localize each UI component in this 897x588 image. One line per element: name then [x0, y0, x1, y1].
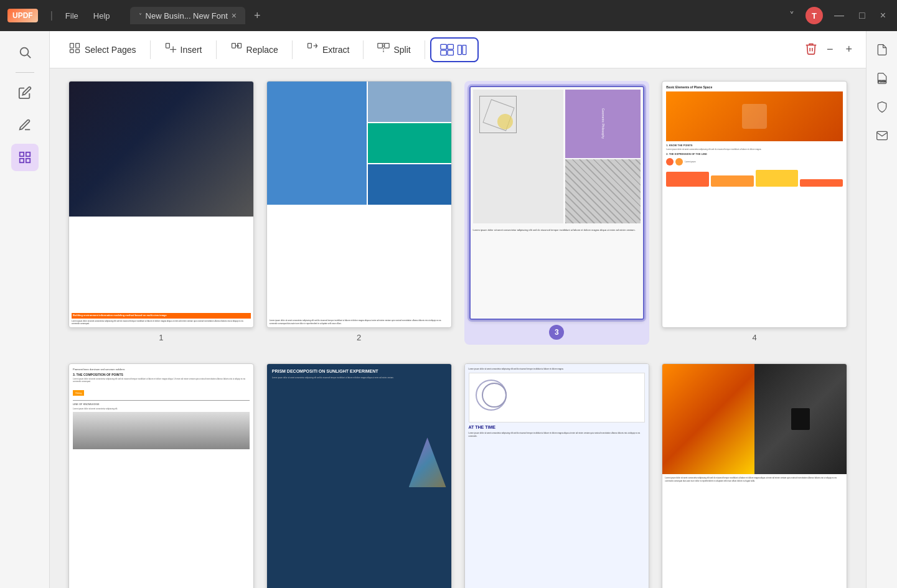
page-item-7[interactable]: Lorem ipsum dolor sit amet consectetur a… — [464, 363, 650, 588]
page-item-8[interactable]: Lorem ipsum dolor sit amet consectetur a… — [662, 363, 847, 588]
page3-layout: Geometric Philosophy Lorem ipsum dolor s… — [471, 87, 644, 319]
page3-geometry — [473, 90, 563, 223]
geo-circle — [497, 114, 513, 129]
titlebar-controls: ˅ T — □ × — [786, 7, 890, 24]
svg-rect-6 — [70, 44, 74, 49]
page5-section: 3. THE COMPOSITION OF POINTS — [73, 373, 250, 376]
page-thumb-4[interactable]: Basic Elements of Plane Space 1. KNOW TH… — [662, 81, 847, 328]
page5-divider — [73, 400, 250, 401]
page4-img-inner — [742, 104, 767, 129]
page8-text: Lorem ipsum dolor sit amet consectetur a… — [662, 474, 847, 485]
page-thumb-2[interactable]: Lorem ipsum dolor sit amet consectetur a… — [266, 81, 452, 328]
svg-rect-2 — [19, 152, 23, 156]
right-icon-protect[interactable] — [871, 96, 893, 118]
tab-dropdown-icon[interactable]: ˅ — [139, 12, 142, 19]
right-icon-pages[interactable] — [871, 39, 893, 61]
page-thumb-7[interactable]: Lorem ipsum dolor sit amet consectetur a… — [464, 363, 650, 588]
page3-top: Geometric Philosophy — [471, 87, 644, 226]
page3-right-col: Geometric Philosophy — [565, 90, 641, 223]
page2-text: Lorem ipsum dolor sit amet consectetur a… — [267, 317, 451, 327]
view-toggle-button[interactable] — [430, 37, 479, 62]
page3-bottom: Lorem ipsum dolor sit amet consectetur a… — [471, 226, 644, 319]
select-pages-button[interactable]: Select Pages — [60, 37, 145, 62]
new-tab-button[interactable]: + — [249, 7, 266, 25]
main-layout: Select Pages Insert — [0, 31, 897, 588]
page4-title: Basic Elements of Plane Space — [666, 85, 843, 89]
split-icon — [377, 42, 390, 57]
page4-layout: Basic Elements of Plane Space 1. KNOW TH… — [662, 82, 847, 190]
page5-layout: Praesent haec dominum sed sonorum nobile… — [69, 364, 253, 454]
page-item-1[interactable]: Building environment information modelin… — [68, 81, 254, 345]
page8-layout: Lorem ipsum dolor sit amet consectetur a… — [662, 364, 847, 588]
close-window-button[interactable]: × — [876, 9, 890, 22]
maximize-button[interactable]: □ — [855, 9, 869, 22]
sidebar-item-edit[interactable] — [11, 79, 39, 106]
svg-rect-4 — [19, 159, 23, 162]
minimize-button[interactable]: — — [830, 9, 848, 22]
page6-background: PRISM DECOMPOSITI ON SUNLIGHT EXPERIMENT… — [267, 364, 451, 588]
page-item-6[interactable]: PRISM DECOMPOSITI ON SUNLIGHT EXPERIMENT… — [266, 363, 452, 588]
replace-label: Replace — [247, 45, 278, 55]
page6-layout: PRISM DECOMPOSITI ON SUNLIGHT EXPERIMENT… — [267, 364, 451, 588]
select-pages-icon — [68, 42, 81, 57]
right-icon-pdf[interactable]: PDF/A — [871, 67, 893, 90]
page7-big-title: AT THE TIME — [469, 425, 646, 429]
zoom-out-button[interactable]: − — [823, 39, 837, 60]
page-thumb-6[interactable]: PRISM DECOMPOSITI ON SUNLIGHT EXPERIMENT… — [266, 363, 452, 588]
page-number-4: 4 — [753, 333, 757, 342]
sidebar-item-pages[interactable] — [11, 144, 39, 171]
tab-area: ˅ New Busin... New Font × + — [130, 7, 781, 25]
help-menu[interactable]: Help — [88, 9, 115, 23]
page3-geo-shapes — [476, 93, 560, 220]
page-content-4: Basic Elements of Plane Space 1. KNOW TH… — [662, 82, 847, 327]
svg-rect-15 — [308, 44, 311, 49]
delete-button[interactable] — [804, 42, 818, 58]
insert-button[interactable]: Insert — [156, 37, 211, 62]
mail-icon — [876, 129, 888, 142]
svg-rect-8 — [70, 50, 74, 53]
tab-close-icon[interactable]: × — [232, 11, 237, 21]
current-tab[interactable]: ˅ New Busin... New Font × — [130, 7, 245, 24]
page-content-1: Building environment information modelin… — [69, 82, 253, 327]
page-content-3: Geometric Philosophy Lorem ipsum dolor s… — [471, 87, 644, 319]
page-thumb-1[interactable]: Building environment information modelin… — [68, 81, 254, 328]
svg-rect-10 — [166, 44, 169, 49]
page3-vertical-text: Geometric Philosophy — [565, 90, 641, 158]
page6-body: Lorem ipsum dolor sit amet consectetur a… — [272, 376, 394, 380]
select-pages-label: Select Pages — [85, 45, 136, 55]
page4-body1: Lorem ipsum dolor sit amet consectetur a… — [666, 148, 843, 151]
page-thumb-8[interactable]: Lorem ipsum dolor sit amet consectetur a… — [662, 363, 847, 588]
protect-icon — [876, 101, 888, 113]
toolbar-sep-3 — [292, 40, 293, 59]
right-icon-mail[interactable] — [871, 124, 893, 147]
extract-button[interactable]: Extract — [298, 37, 359, 62]
page-item-3[interactable]: Geometric Philosophy Lorem ipsum dolor s… — [464, 81, 650, 345]
bar3 — [756, 170, 799, 187]
split-button[interactable]: Split — [369, 37, 419, 62]
page8-images — [662, 364, 847, 475]
bar2 — [711, 175, 754, 187]
toolbar-sep-5 — [425, 40, 425, 59]
page-item-5[interactable]: Praesent haec dominum sed sonorum nobile… — [68, 363, 254, 588]
avatar[interactable]: T — [805, 7, 823, 24]
toolbar-sep-4 — [363, 40, 364, 59]
page-thumb-5[interactable]: Praesent haec dominum sed sonorum nobile… — [68, 363, 254, 588]
sidebar-item-search[interactable] — [11, 39, 39, 66]
page4-circles: Lorem ipsum — [666, 158, 843, 187]
page-content-6: PRISM DECOMPOSITI ON SUNLIGHT EXPERIMENT… — [267, 364, 451, 588]
page2-img-col — [368, 82, 451, 205]
zoom-in-button[interactable]: + — [842, 39, 856, 60]
page-item-2[interactable]: Lorem ipsum dolor sit amet consectetur a… — [266, 81, 452, 345]
sidebar-item-annotate[interactable] — [11, 111, 39, 139]
page7-body: Lorem ipsum dolor sit amet consectetur a… — [469, 432, 646, 437]
file-menu[interactable]: File — [60, 9, 83, 23]
page-content-8: Lorem ipsum dolor sit amet consectetur a… — [662, 364, 847, 588]
page-item-4[interactable]: Basic Elements of Plane Space 1. KNOW TH… — [662, 81, 847, 345]
page-thumb-3[interactable]: Geometric Philosophy Lorem ipsum dolor s… — [469, 86, 645, 320]
page5-image — [73, 412, 250, 449]
chevron-down-icon[interactable]: ˅ — [786, 9, 798, 23]
page4-image — [666, 91, 843, 141]
svg-rect-24 — [463, 45, 466, 54]
page-number-3: 3 — [549, 325, 564, 340]
replace-button[interactable]: Replace — [222, 37, 287, 62]
